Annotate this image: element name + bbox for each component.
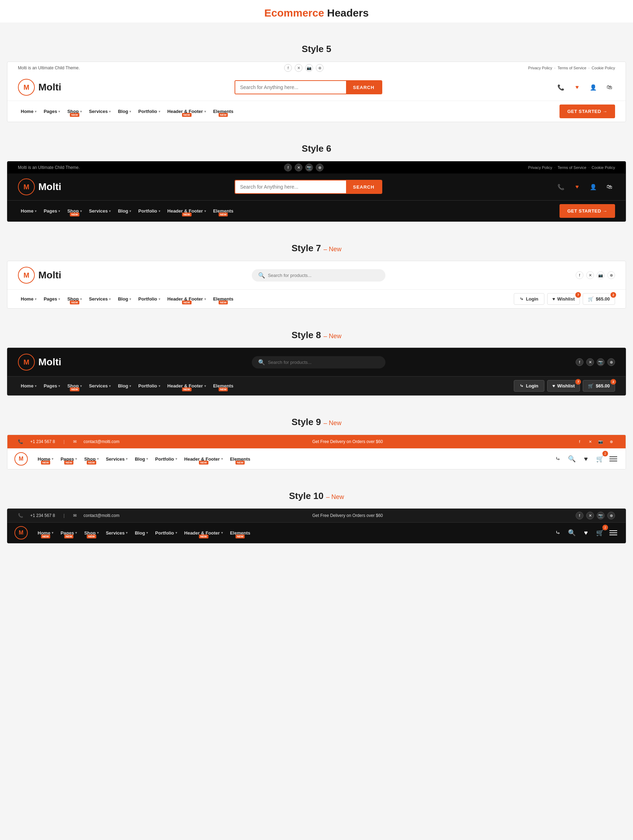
cart-button-s7[interactable]: 🛒 $65.00 2 [583, 293, 615, 305]
nav-pages[interactable]: Pages ▾NEW [58, 528, 80, 538]
cookie-link[interactable]: Cookie Policy [592, 66, 615, 70]
cookie-link[interactable]: Cookie Policy [592, 166, 615, 170]
privacy-policy-link[interactable]: Privacy Policy [528, 66, 552, 70]
instagram-icon[interactable]: 📷 [597, 512, 605, 519]
search-bar[interactable]: SEARCH [235, 80, 382, 94]
nav-services[interactable]: Services ▾ [86, 107, 114, 116]
nav-elements[interactable]: ElementsNEW [210, 107, 236, 116]
twitter-icon[interactable]: ✕ [586, 512, 594, 519]
heart-icon-btn[interactable]: ♥ [580, 453, 592, 465]
nav-shop[interactable]: Shop ▾NEW [65, 206, 85, 216]
nav-portfolio[interactable]: Portfolio ▾ [135, 107, 163, 116]
nav-services[interactable]: Services ▾ [86, 381, 114, 391]
nav-portfolio[interactable]: Portfolio ▾ [135, 294, 163, 304]
facebook-icon[interactable]: f [576, 512, 583, 519]
nav-pages[interactable]: Pages ▾ [41, 206, 63, 216]
instagram-icon[interactable]: 📷 [597, 271, 605, 279]
search-input-dark[interactable] [235, 180, 346, 193]
search-bar-dark[interactable]: SEARCH [235, 180, 382, 194]
nav-home[interactable]: Home ▾ [18, 107, 39, 116]
heart-icon[interactable]: ♥ [572, 82, 583, 93]
dribbble-icon[interactable]: ⊕ [607, 358, 615, 366]
nav-elements[interactable]: ElementsNEW [210, 381, 236, 391]
heart-icon-btn[interactable]: ♥ [580, 527, 592, 539]
nav-pages[interactable]: Pages ▾ [41, 381, 63, 391]
search-button[interactable]: SEARCH [346, 81, 381, 93]
nav-portfolio[interactable]: Portfolio ▾ [152, 528, 180, 538]
search-input[interactable] [235, 81, 346, 93]
cart-icon[interactable]: 🛍 [604, 181, 615, 193]
nav-blog[interactable]: Blog ▾ [115, 381, 134, 391]
nav-home[interactable]: Home ▾ [18, 294, 39, 304]
instagram-icon[interactable]: 📷 [305, 64, 313, 72]
logo-s10[interactable]: M [14, 526, 28, 540]
user-icon[interactable]: 👤 [587, 82, 599, 93]
instagram-icon[interactable]: 📷 [597, 438, 605, 445]
nav-elements[interactable]: ElementsNEW [227, 528, 253, 538]
nav-services[interactable]: Services ▾ [86, 294, 114, 304]
twitter-icon[interactable]: ✕ [586, 438, 594, 445]
nav-header-footer[interactable]: Header & Footer ▾NEW [181, 454, 226, 464]
facebook-icon[interactable]: f [284, 64, 292, 72]
nav-shop[interactable]: Shop ▾NEW [81, 528, 102, 538]
twitter-icon[interactable]: ✕ [586, 358, 594, 366]
nav-header-footer[interactable]: Header & Footer ▾NEW [165, 381, 209, 391]
hamburger-btn[interactable] [608, 455, 619, 463]
phone-icon[interactable]: 📞 [555, 181, 567, 193]
cart-button-s8[interactable]: 🛒 $65.00 2 [583, 380, 615, 392]
dribbble-icon[interactable]: ⊕ [607, 271, 615, 279]
hamburger-btn[interactable] [608, 529, 619, 537]
nav-header-footer[interactable]: Header & Footer ▾NEW [165, 294, 209, 304]
nav-blog[interactable]: Blog ▾ [132, 454, 151, 464]
logo-dark[interactable]: M Molti [18, 178, 61, 195]
search-button-dark[interactable]: SEARCH [346, 180, 381, 193]
logo-s9[interactable]: M [14, 452, 28, 466]
instagram-icon[interactable]: 📷 [597, 358, 605, 366]
twitter-icon[interactable]: ✕ [586, 271, 594, 279]
nav-blog[interactable]: Blog ▾ [115, 107, 134, 116]
nav-portfolio[interactable]: Portfolio ▾ [135, 381, 163, 391]
search-bar-round-s7[interactable]: 🔍 [252, 269, 386, 281]
wishlist-button-s8[interactable]: ♥ Wishlist 7 [547, 380, 580, 392]
nav-shop[interactable]: Shop ▾NEW [65, 381, 85, 391]
wishlist-button-s7[interactable]: ♥ Wishlist 7 [547, 293, 580, 305]
nav-portfolio[interactable]: Portfolio ▾ [152, 454, 180, 464]
nav-pages[interactable]: Pages ▾ [41, 107, 63, 116]
login-button-s8[interactable]: ⤷ Login [514, 380, 544, 392]
nav-shop[interactable]: Shop ▾NEW [65, 294, 85, 304]
nav-services[interactable]: Services ▾ [86, 206, 114, 216]
nav-blog[interactable]: Blog ▾ [132, 528, 151, 538]
nav-elements[interactable]: ElementsNEW [210, 294, 236, 304]
facebook-icon[interactable]: f [576, 438, 583, 445]
nav-home[interactable]: Home ▾NEW [35, 528, 56, 538]
nav-header-footer[interactable]: Header & Footer ▾NEW [181, 528, 226, 538]
instagram-icon[interactable]: 📷 [305, 164, 313, 171]
search-icon-btn[interactable]: 🔍 [566, 527, 578, 539]
privacy-policy-link[interactable]: Privacy Policy [528, 166, 552, 170]
phone-icon[interactable]: 📞 [555, 82, 567, 93]
cart-icon-btn[interactable]: 🛒 2 [594, 527, 606, 539]
logo[interactable]: M Molti [18, 79, 61, 96]
nav-home[interactable]: Home ▾ [18, 206, 39, 216]
nav-services[interactable]: Services ▾ [103, 528, 131, 538]
twitter-icon[interactable]: ✕ [295, 164, 302, 171]
nav-portfolio[interactable]: Portfolio ▾ [135, 206, 163, 216]
nav-blog[interactable]: Blog ▾ [115, 294, 134, 304]
nav-header-footer[interactable]: Header & Footer ▾NEW [165, 107, 209, 116]
terms-link[interactable]: Terms of Service [557, 66, 586, 70]
search-icon-btn[interactable]: 🔍 [566, 453, 578, 465]
login-button-s7[interactable]: ⤷ Login [514, 293, 544, 305]
nav-elements[interactable]: ElementsNEW [227, 454, 253, 464]
nav-header-footer[interactable]: Header & Footer ▾NEW [165, 206, 209, 216]
terms-link[interactable]: Terms of Service [557, 166, 586, 170]
dribbble-icon[interactable]: ⊕ [607, 512, 615, 519]
cart-icon[interactable]: 🛍 [604, 82, 615, 93]
facebook-icon[interactable]: f [576, 358, 583, 366]
logo-s7[interactable]: M Molti [18, 267, 61, 284]
nav-pages[interactable]: Pages ▾NEW [58, 454, 80, 464]
search-input-s7[interactable] [268, 273, 379, 278]
dribbble-icon[interactable]: ⊕ [607, 438, 615, 445]
nav-shop[interactable]: Shop ▾NEW [65, 107, 85, 116]
login-icon-btn[interactable]: ⤷ [552, 527, 564, 539]
nav-pages[interactable]: Pages ▾ [41, 294, 63, 304]
